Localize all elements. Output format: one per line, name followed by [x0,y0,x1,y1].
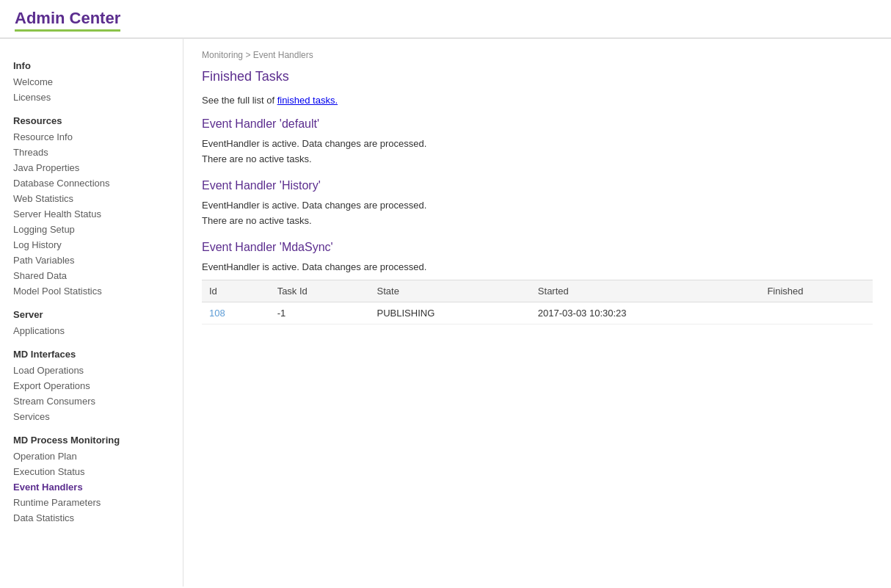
page-title: Finished Tasks [202,69,873,84]
cell-started: 2017-03-03 10:30:23 [531,302,760,324]
table-header-id: Id [202,280,270,302]
sidebar-item-event-handlers[interactable]: Event Handlers [7,479,175,495]
sidebar-item-load-operations[interactable]: Load Operations [7,363,175,378]
sidebar-item-runtime-parameters[interactable]: Runtime Parameters [7,495,175,510]
handler-tasks-text-1: There are no active tasks. [202,215,873,226]
sidebar-item-database-connections[interactable]: Database Connections [7,175,175,191]
sidebar-item-path-variables[interactable]: Path Variables [7,253,175,268]
event-handler-section-2: Event Handler 'MdaSync'EventHandler is a… [202,241,873,324]
sidebar-item-shared-data[interactable]: Shared Data [7,268,175,283]
intro-paragraph: See the full list of finished tasks. [202,95,873,106]
handler-title-2: Event Handler 'MdaSync' [202,241,873,254]
sidebar-item-log-history[interactable]: Log History [7,237,175,253]
handler-title-1: Event Handler 'History' [202,179,873,192]
layout: InfoWelcomeLicensesResourcesResource Inf… [0,39,891,587]
sidebar-section-info: Info [7,60,175,71]
sidebar: InfoWelcomeLicensesResourcesResource Inf… [0,39,183,587]
intro-text: See the full list of [202,95,277,106]
sidebar-item-licenses[interactable]: Licenses [7,90,175,105]
table-header-started: Started [531,280,760,302]
handler-tasks-text-0: There are no active tasks. [202,153,873,164]
sidebar-item-server-health-status[interactable]: Server Health Status [7,206,175,222]
cell-finished [760,302,873,324]
sidebar-item-operation-plan[interactable]: Operation Plan [7,449,175,464]
cell-id: 108 [202,302,270,324]
table-header-state: State [370,280,531,302]
table-header-task-id: Task Id [270,280,370,302]
header: Admin Center [0,0,891,39]
event-handler-section-1: Event Handler 'History'EventHandler is a… [202,179,873,226]
breadcrumb-separator: > [245,50,250,60]
sidebar-item-threads[interactable]: Threads [7,145,175,160]
sidebar-item-stream-consumers[interactable]: Stream Consumers [7,393,175,409]
sidebar-item-logging-setup[interactable]: Logging Setup [7,222,175,237]
sidebar-item-export-operations[interactable]: Export Operations [7,378,175,393]
breadcrumb-parent[interactable]: Monitoring [202,50,243,60]
sidebar-section-resources: Resources [7,115,175,126]
cell-task-id: -1 [270,302,370,324]
handler-status-1: EventHandler is active. Data changes are… [202,200,873,211]
main-content: Monitoring > Event Handlers Finished Tas… [183,39,891,587]
event-handler-section-0: Event Handler 'default'EventHandler is a… [202,117,873,164]
finished-tasks-link[interactable]: finished tasks. [277,95,338,106]
table-header-finished: Finished [760,280,873,302]
sidebar-item-java-properties[interactable]: Java Properties [7,160,175,175]
sidebar-item-model-pool-statistics[interactable]: Model Pool Statistics [7,283,175,299]
handler-table-2: IdTask IdStateStartedFinished108-1PUBLIS… [202,280,873,324]
sidebar-section-md-interfaces: MD Interfaces [7,349,175,360]
handler-title-0: Event Handler 'default' [202,117,873,131]
sidebar-section-server: Server [7,309,175,320]
sidebar-item-data-statistics[interactable]: Data Statistics [7,510,175,526]
breadcrumb: Monitoring > Event Handlers [202,50,873,60]
sidebar-item-services[interactable]: Services [7,409,175,424]
cell-state: PUBLISHING [370,302,531,324]
handlers-container: Event Handler 'default'EventHandler is a… [202,117,873,324]
sidebar-item-resource-info[interactable]: Resource Info [7,129,175,145]
sidebar-item-web-statistics[interactable]: Web Statistics [7,191,175,206]
table-row: 108-1PUBLISHING2017-03-03 10:30:23 [202,302,873,324]
sidebar-item-applications[interactable]: Applications [7,323,175,338]
breadcrumb-current: Event Handlers [253,50,313,60]
handler-status-2: EventHandler is active. Data changes are… [202,261,873,272]
handler-status-0: EventHandler is active. Data changes are… [202,138,873,149]
sidebar-section-md-process-monitoring: MD Process Monitoring [7,435,175,446]
sidebar-item-welcome[interactable]: Welcome [7,74,175,90]
app-title: Admin Center [15,9,120,32]
task-id-link[interactable]: 108 [209,308,225,319]
sidebar-item-execution-status[interactable]: Execution Status [7,464,175,479]
